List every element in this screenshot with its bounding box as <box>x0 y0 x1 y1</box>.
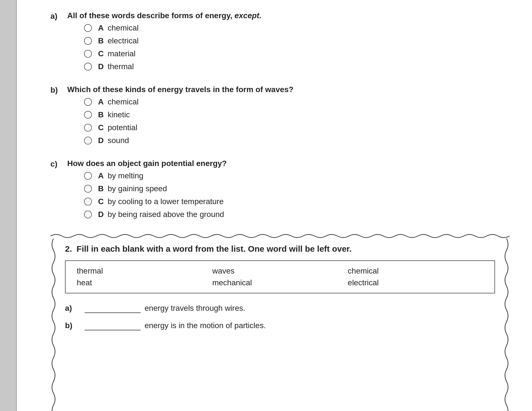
option-c-B: B by gaining speed <box>84 184 510 193</box>
question-a-label: a) <box>50 11 62 21</box>
left-margin-border <box>0 0 17 411</box>
radio-b-A[interactable] <box>84 98 92 106</box>
radio-b-B[interactable] <box>84 111 92 119</box>
question-c-content: How does an object gain potential energy… <box>67 159 510 223</box>
radio-a-D[interactable] <box>84 63 92 71</box>
section2-header: 2. Fill in each blank with a word from t… <box>65 241 495 254</box>
word-heat: heat <box>77 278 212 287</box>
question-b-text: Which of these kinds of energy travels i… <box>67 85 510 94</box>
section2-content: 2. Fill in each blank with a word from t… <box>57 239 503 411</box>
question-a-block: a) All of these words describe forms of … <box>50 11 510 75</box>
section2-body: 2. Fill in each blank with a word from t… <box>50 239 510 411</box>
radio-b-C[interactable] <box>84 124 92 132</box>
fill-a-text: energy travels through wires. <box>145 304 245 313</box>
question-b-options: A chemical B kinetic C potential <box>84 97 510 145</box>
question-c-options: A by melting B by gaining speed C by coo… <box>84 171 510 219</box>
fill-b-label: b) <box>65 321 79 330</box>
fill-question-a: a) energy travels through wires. <box>65 303 495 313</box>
fill-a-label: a) <box>65 304 79 313</box>
question-a-options: A chemical B electrical C material <box>84 24 510 71</box>
option-a-D: D thermal <box>84 62 510 71</box>
question-c-text: How does an object gain potential energy… <box>67 159 510 168</box>
option-b-A: A chemical <box>84 97 510 106</box>
option-c-C: C by cooling to a lower temperature <box>84 197 510 206</box>
radio-a-B[interactable] <box>84 37 92 45</box>
option-a-A: A chemical <box>84 24 510 32</box>
question-c-label: c) <box>50 159 62 169</box>
wavy-right <box>503 239 510 411</box>
word-waves: waves <box>212 267 348 275</box>
wavy-left <box>50 239 57 411</box>
radio-b-D[interactable] <box>84 137 92 144</box>
radio-a-C[interactable] <box>84 50 92 58</box>
fill-b-text: energy is in the motion of particles. <box>145 321 266 330</box>
option-c-D: D by being raised above the ground <box>84 210 510 219</box>
question-a-text: All of these words describe forms of ene… <box>67 11 510 20</box>
question-c-row: c) How does an object gain potential ene… <box>50 159 510 223</box>
question-c-block: c) How does an object gain potential ene… <box>50 159 510 223</box>
word-list-box: thermal waves chemical heat mechanical e… <box>65 260 495 293</box>
page: a) All of these words describe forms of … <box>0 0 532 411</box>
main-content: a) All of these words describe forms of … <box>50 11 510 411</box>
radio-c-C[interactable] <box>84 198 92 206</box>
radio-c-B[interactable] <box>84 185 92 193</box>
radio-c-A[interactable] <box>84 172 92 180</box>
question-a-content: All of these words describe forms of ene… <box>67 11 510 75</box>
question-b-label: b) <box>50 85 62 95</box>
option-b-D: D sound <box>84 136 510 145</box>
fill-a-input[interactable] <box>85 303 141 313</box>
option-b-B: B kinetic <box>84 110 510 119</box>
question-b-content: Which of these kinds of energy travels i… <box>67 85 510 149</box>
option-a-C: C material <box>84 49 510 58</box>
word-mechanical: mechanical <box>212 278 348 287</box>
option-a-B: B electrical <box>84 36 510 45</box>
question-b-row: b) Which of these kinds of energy travel… <box>50 85 510 149</box>
question-a-row: a) All of these words describe forms of … <box>50 11 510 75</box>
word-electrical: electrical <box>348 278 483 287</box>
section2-outer: 2. Fill in each blank with a word from t… <box>50 233 510 411</box>
radio-a-A[interactable] <box>84 24 92 32</box>
fill-question-b: b) energy is in the motion of particles. <box>65 321 495 330</box>
question-b-block: b) Which of these kinds of energy travel… <box>50 85 510 149</box>
fill-b-input[interactable] <box>85 321 141 330</box>
word-chemical: chemical <box>348 267 483 275</box>
word-thermal: thermal <box>77 267 212 275</box>
section2-number: 2. <box>65 244 72 253</box>
wavy-top <box>50 233 510 239</box>
radio-c-D[interactable] <box>84 211 92 218</box>
option-c-A: A by melting <box>84 171 510 180</box>
option-b-C: C potential <box>84 123 510 132</box>
